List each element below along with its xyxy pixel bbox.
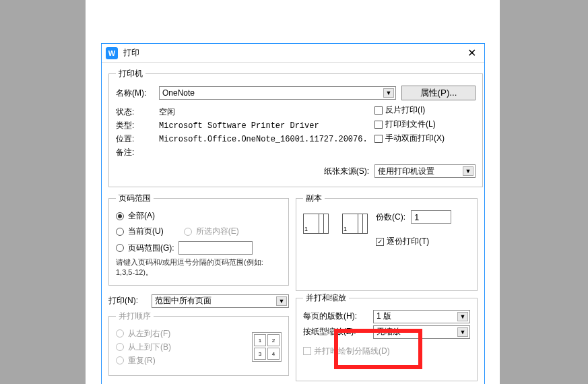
copies-label: 份数(C): bbox=[376, 212, 405, 223]
manual-duplex-checkbox[interactable]: 手动双面打印(X) bbox=[374, 133, 476, 144]
range-hint: 请键入页码和/或用逗号分隔的页码范围(例如: 1,3,5-12)。 bbox=[116, 257, 282, 278]
range-pages-radio[interactable]: 页码范围(G): bbox=[116, 241, 282, 255]
page-range-input[interactable] bbox=[178, 241, 253, 255]
dialog-title: 打印 bbox=[123, 47, 463, 59]
printer-group: 打印机 名称(M): OneNote ▼ 属性(P)... 状态:空闲 类型:M… bbox=[108, 68, 483, 187]
scale-to-paper-combo[interactable]: 无缩放▼ bbox=[373, 325, 470, 339]
range-selection-radio: 所选内容(E) bbox=[184, 226, 239, 237]
draw-border-checkbox: 并打时绘制分隔线(D) bbox=[303, 346, 470, 357]
printer-legend: 打印机 bbox=[116, 68, 145, 79]
paper-source-label: 纸张来源(S): bbox=[324, 166, 369, 177]
type-label: 类型: bbox=[116, 120, 154, 131]
pages-per-sheet-label: 每页的版数(H): bbox=[303, 311, 368, 322]
order-preview-icon: 1234 bbox=[252, 332, 282, 362]
order-repeat-radio: 重复(R) bbox=[116, 355, 171, 366]
location-value: Microsoft.Office.OneNote_16001.11727.200… bbox=[159, 135, 368, 144]
collate-checkbox[interactable]: ✓逐份打印(T) bbox=[376, 236, 451, 247]
chevron-down-icon: ▼ bbox=[383, 88, 394, 98]
close-icon[interactable]: ✕ bbox=[463, 46, 480, 59]
chevron-down-icon: ▼ bbox=[463, 166, 473, 176]
app-icon: W bbox=[106, 47, 118, 59]
printer-name-combo[interactable]: OneNote ▼ bbox=[159, 86, 396, 100]
order-legend: 并打顺序 bbox=[116, 311, 154, 322]
scale-to-paper-label: 按纸型缩放(Z): bbox=[303, 326, 368, 338]
range-all-radio[interactable]: 全部(A) bbox=[116, 210, 282, 222]
order-ltr-radio: 从左到右(F) bbox=[116, 328, 171, 340]
scaling-legend: 并打和缩放 bbox=[303, 292, 349, 304]
print-dialog: W 打印 ✕ 打印机 名称(M): OneNote ▼ 属性(P)... 状态:… bbox=[101, 43, 485, 384]
collate-preview-icon: 321 321 bbox=[303, 214, 369, 245]
reverse-checkbox[interactable]: 反片打印(I) bbox=[374, 104, 476, 116]
print-to-file-checkbox[interactable]: 打印到文件(L) bbox=[374, 119, 476, 130]
chevron-down-icon: ▼ bbox=[457, 327, 468, 337]
print-order-group: 并打顺序 从左到右(F) 从上到下(B) 重复(R) 1234 bbox=[108, 311, 289, 376]
pages-per-sheet-combo[interactable]: 1 版▼ bbox=[373, 310, 470, 323]
titlebar[interactable]: W 打印 ✕ bbox=[102, 44, 484, 63]
copies-group: 副本 321 321 份数(C): ✓逐份打印(T) bbox=[296, 193, 478, 291]
page-range-group: 页码范围 全部(A) 当前页(U) 所选内容(E) 页码范围(G): 请键入页码… bbox=[108, 193, 289, 286]
order-ttb-radio: 从上到下(B) bbox=[116, 342, 171, 353]
location-label: 位置: bbox=[116, 133, 154, 145]
properties-button[interactable]: 属性(P)... bbox=[401, 86, 476, 100]
scaling-group: 并打和缩放 每页的版数(H): 1 版▼ 按纸型缩放(Z): 无缩放▼ 并打时绘… bbox=[296, 292, 478, 381]
print-what-label: 打印(N): bbox=[108, 295, 146, 307]
chevron-down-icon: ▼ bbox=[457, 312, 468, 321]
comment-label: 备注: bbox=[116, 147, 154, 158]
range-current-radio[interactable]: 当前页(U) bbox=[116, 226, 164, 237]
paper-source-combo[interactable]: 使用打印机设置 ▼ bbox=[374, 164, 476, 178]
status-value: 空闲 bbox=[159, 106, 175, 118]
status-label: 状态: bbox=[116, 106, 154, 118]
name-label: 名称(M): bbox=[116, 88, 154, 99]
copies-legend: 副本 bbox=[303, 193, 325, 204]
chevron-down-icon: ▼ bbox=[276, 296, 287, 306]
print-what-combo[interactable]: 范围中所有页面 ▼ bbox=[152, 294, 289, 308]
copies-input[interactable] bbox=[411, 210, 451, 224]
range-legend: 页码范围 bbox=[116, 193, 154, 204]
type-value: Microsoft Software Printer Driver bbox=[159, 121, 319, 131]
